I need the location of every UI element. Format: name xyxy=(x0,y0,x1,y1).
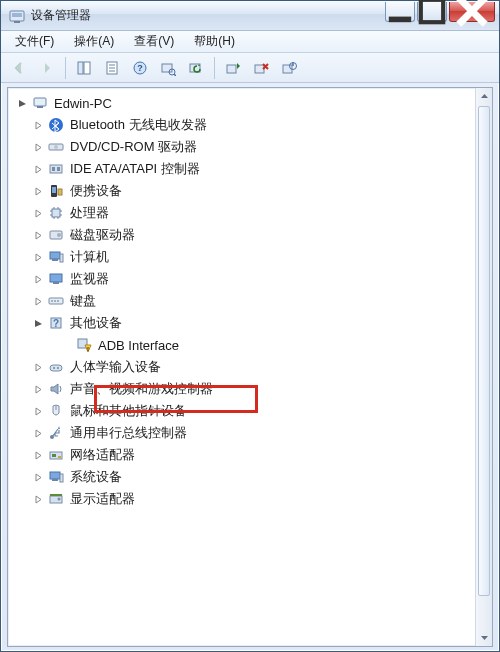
expand-icon[interactable] xyxy=(32,427,44,439)
monitor-icon xyxy=(48,271,64,287)
hid-icon xyxy=(48,359,64,375)
svg-rect-4 xyxy=(421,0,443,22)
expand-icon[interactable] xyxy=(32,361,44,373)
expand-icon[interactable] xyxy=(32,449,44,461)
menu-view[interactable]: 查看(V) xyxy=(126,31,182,52)
nav-forward-button[interactable] xyxy=(35,56,59,80)
tree-item-label: 键盘 xyxy=(68,291,98,311)
maximize-button[interactable] xyxy=(417,2,447,22)
svg-rect-17 xyxy=(227,65,236,73)
tree-item-label: 监视器 xyxy=(68,269,111,289)
expand-icon[interactable] xyxy=(32,207,44,219)
nav-back-button[interactable] xyxy=(7,56,31,80)
tree-item-label: 其他设备 xyxy=(68,313,124,333)
tree-item[interactable]: 显示适配器 xyxy=(8,488,492,510)
tree-item[interactable]: Bluetooth 无线电收发器 xyxy=(8,114,492,136)
svg-rect-44 xyxy=(50,252,60,259)
tree-item-label: 计算机 xyxy=(68,247,111,267)
tree-item[interactable]: 人体学输入设备 xyxy=(8,356,492,378)
menu-file[interactable]: 文件(F) xyxy=(7,31,62,52)
refresh-button[interactable] xyxy=(184,56,208,80)
tree-item[interactable]: 键盘 xyxy=(8,290,492,312)
svg-rect-65 xyxy=(50,472,60,479)
expand-icon[interactable] xyxy=(32,119,44,131)
svg-rect-46 xyxy=(60,254,63,262)
expand-icon[interactable] xyxy=(32,229,44,241)
tree-item-label: 通用串行总线控制器 xyxy=(68,423,189,443)
tree-item[interactable]: 便携设备 xyxy=(8,180,492,202)
collapse-icon[interactable] xyxy=(32,317,44,329)
scan-hardware-button[interactable] xyxy=(156,56,180,80)
svg-rect-1 xyxy=(12,13,22,17)
expand-icon[interactable] xyxy=(32,493,44,505)
svg-rect-64 xyxy=(58,456,61,458)
svg-rect-63 xyxy=(52,454,56,457)
show-hide-tree-button[interactable] xyxy=(72,56,96,80)
toolbar: ? xyxy=(1,53,499,83)
tree-item[interactable]: 声音、视频和游戏控制器 xyxy=(8,378,492,400)
disk-drive-icon xyxy=(48,227,64,243)
svg-rect-27 xyxy=(50,165,62,173)
titlebar[interactable]: 设备管理器 xyxy=(1,1,499,31)
expand-icon[interactable] xyxy=(32,251,44,263)
update-driver-button[interactable] xyxy=(221,56,245,80)
collapse-icon[interactable] xyxy=(16,97,28,109)
tree-item-adb-interface[interactable]: ! ADB Interface xyxy=(8,334,492,356)
vertical-scrollbar[interactable] xyxy=(475,88,492,646)
close-button[interactable] xyxy=(449,2,495,22)
tree-item-label: 网络适配器 xyxy=(68,445,137,465)
toolbar-separator xyxy=(65,57,66,79)
tree-item[interactable]: DVD/CD-ROM 驱动器 xyxy=(8,136,492,158)
menu-help[interactable]: 帮助(H) xyxy=(186,31,243,52)
scroll-thumb[interactable] xyxy=(478,106,490,596)
expand-icon[interactable] xyxy=(32,405,44,417)
portable-device-icon xyxy=(48,183,64,199)
menu-action[interactable]: 操作(A) xyxy=(66,31,122,52)
tree-item[interactable]: 处理器 xyxy=(8,202,492,224)
svg-rect-48 xyxy=(53,282,59,284)
device-tree[interactable]: Edwin-PC Bluetooth 无线电收发器 DVD/CD-ROM 驱动器… xyxy=(8,92,492,510)
bluetooth-icon xyxy=(48,117,64,133)
minimize-button[interactable] xyxy=(385,2,415,22)
svg-rect-28 xyxy=(52,167,55,171)
help-button[interactable]: ? xyxy=(128,56,152,80)
svg-rect-67 xyxy=(52,479,58,481)
svg-rect-18 xyxy=(255,65,264,73)
tree-item[interactable]: 通用串行总线控制器 xyxy=(8,422,492,444)
tree-item[interactable]: 监视器 xyxy=(8,268,492,290)
scroll-down-arrow[interactable] xyxy=(476,629,492,646)
svg-rect-66 xyxy=(60,474,63,482)
scroll-up-arrow[interactable] xyxy=(476,88,492,105)
computer-category-icon xyxy=(48,249,64,265)
expand-icon[interactable] xyxy=(32,471,44,483)
uninstall-button[interactable] xyxy=(249,56,273,80)
svg-rect-33 xyxy=(52,209,60,217)
expand-icon[interactable] xyxy=(32,273,44,285)
svg-rect-57 xyxy=(50,365,62,371)
expand-icon[interactable] xyxy=(32,163,44,175)
tree-item-label: IDE ATA/ATAPI 控制器 xyxy=(68,159,202,179)
tree-item-label: 显示适配器 xyxy=(68,489,137,509)
device-manager-window: 设备管理器 文件(F) 操作(A) 查看(V) 帮助(H) ? xyxy=(0,0,500,652)
expand-icon[interactable] xyxy=(32,141,44,153)
tree-item-label: ADB Interface xyxy=(96,337,181,354)
tree-item-label: 便携设备 xyxy=(68,181,124,201)
svg-point-70 xyxy=(58,498,61,501)
tree-item[interactable]: 鼠标和其他指针设备 xyxy=(8,400,492,422)
expand-icon[interactable] xyxy=(32,383,44,395)
tree-root[interactable]: Edwin-PC xyxy=(8,92,492,114)
properties-button[interactable] xyxy=(100,56,124,80)
tree-item[interactable]: 网络适配器 xyxy=(8,444,492,466)
svg-rect-2 xyxy=(14,21,20,23)
expand-icon[interactable] xyxy=(32,295,44,307)
tree-item[interactable]: 计算机 xyxy=(8,246,492,268)
tree-item[interactable]: 系统设备 xyxy=(8,466,492,488)
tree-item[interactable]: IDE ATA/ATAPI 控制器 xyxy=(8,158,492,180)
tree-item[interactable]: 磁盘驱动器 xyxy=(8,224,492,246)
expand-icon[interactable] xyxy=(32,185,44,197)
tree-item-other-devices[interactable]: ? 其他设备 xyxy=(8,312,492,334)
toolbar-separator xyxy=(214,57,215,79)
svg-rect-6 xyxy=(84,62,90,74)
disable-button[interactable] xyxy=(277,56,301,80)
svg-point-58 xyxy=(53,367,55,369)
